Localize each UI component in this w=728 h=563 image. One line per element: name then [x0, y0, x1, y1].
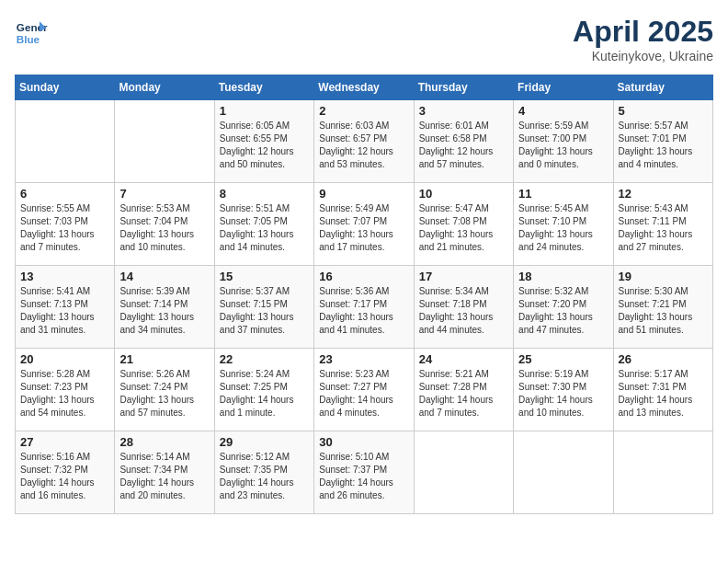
day-info: Sunrise: 5:26 AMSunset: 7:24 PMDaylight:… [119, 368, 209, 419]
day-cell: 17Sunrise: 5:34 AMSunset: 7:18 PMDayligh… [414, 266, 513, 349]
day-number: 4 [518, 104, 608, 118]
day-info: Sunrise: 6:01 AMSunset: 6:58 PMDaylight:… [419, 120, 508, 171]
day-cell: 14Sunrise: 5:39 AMSunset: 7:14 PMDayligh… [115, 266, 214, 349]
day-cell: 11Sunrise: 5:45 AMSunset: 7:10 PMDayligh… [514, 183, 613, 266]
day-info: Sunrise: 5:28 AMSunset: 7:23 PMDaylight:… [20, 368, 109, 419]
day-cell: 29Sunrise: 5:12 AMSunset: 7:35 PMDayligh… [214, 431, 313, 514]
title-block: April 2025 Kuteinykove, Ukraine [573, 15, 713, 63]
day-number: 2 [319, 104, 408, 118]
day-number: 22 [220, 352, 309, 366]
day-number: 23 [319, 352, 408, 366]
day-info: Sunrise: 5:39 AMSunset: 7:14 PMDaylight:… [119, 285, 209, 337]
week-row-5: 27Sunrise: 5:16 AMSunset: 7:32 PMDayligh… [16, 431, 713, 514]
day-number: 10 [419, 187, 508, 201]
logo: General Blue General Blue [15, 15, 48, 48]
day-info: Sunrise: 5:47 AMSunset: 7:08 PMDaylight:… [419, 202, 508, 254]
day-info: Sunrise: 6:03 AMSunset: 6:57 PMDaylight:… [319, 120, 408, 171]
day-number: 27 [20, 435, 109, 449]
day-cell: 13Sunrise: 5:41 AMSunset: 7:13 PMDayligh… [16, 266, 115, 349]
day-number: 18 [518, 270, 608, 283]
day-cell: 26Sunrise: 5:17 AMSunset: 7:31 PMDayligh… [613, 349, 712, 431]
day-cell: 4Sunrise: 5:59 AMSunset: 7:00 PMDaylight… [514, 100, 613, 183]
calendar-body: 1Sunrise: 6:05 AMSunset: 6:55 PMDaylight… [16, 100, 713, 514]
day-cell: 16Sunrise: 5:36 AMSunset: 7:17 PMDayligh… [314, 266, 414, 349]
day-number: 20 [20, 352, 109, 366]
weekday-wednesday: Wednesday [314, 75, 414, 100]
week-row-1: 1Sunrise: 6:05 AMSunset: 6:55 PMDaylight… [16, 100, 713, 183]
day-cell: 1Sunrise: 6:05 AMSunset: 6:55 PMDaylight… [214, 100, 313, 183]
day-info: Sunrise: 5:57 AMSunset: 7:01 PMDaylight:… [619, 120, 708, 171]
day-info: Sunrise: 5:53 AMSunset: 7:04 PMDaylight:… [119, 202, 209, 254]
day-number: 3 [419, 104, 508, 118]
week-row-4: 20Sunrise: 5:28 AMSunset: 7:23 PMDayligh… [16, 349, 713, 431]
day-number: 15 [220, 270, 309, 283]
day-info: Sunrise: 5:55 AMSunset: 7:03 PMDaylight:… [20, 202, 109, 254]
weekday-friday: Friday [514, 75, 613, 100]
day-cell [16, 100, 115, 183]
day-cell: 19Sunrise: 5:30 AMSunset: 7:21 PMDayligh… [613, 266, 712, 349]
day-number: 21 [119, 352, 209, 366]
day-number: 29 [220, 435, 309, 449]
day-number: 28 [119, 435, 209, 449]
day-number: 7 [119, 187, 209, 201]
day-number: 24 [419, 352, 508, 366]
day-info: Sunrise: 5:10 AMSunset: 7:37 PMDaylight:… [319, 451, 408, 502]
day-cell [414, 431, 513, 514]
day-info: Sunrise: 5:12 AMSunset: 7:35 PMDaylight:… [220, 451, 309, 502]
day-info: Sunrise: 5:19 AMSunset: 7:30 PMDaylight:… [518, 368, 608, 419]
day-info: Sunrise: 5:59 AMSunset: 7:00 PMDaylight:… [518, 120, 608, 171]
day-number: 14 [119, 270, 209, 283]
day-info: Sunrise: 5:24 AMSunset: 7:25 PMDaylight:… [220, 368, 309, 419]
day-number: 30 [319, 435, 408, 449]
day-cell: 20Sunrise: 5:28 AMSunset: 7:23 PMDayligh… [16, 349, 115, 431]
day-info: Sunrise: 5:21 AMSunset: 7:28 PMDaylight:… [419, 368, 508, 419]
day-cell [115, 100, 214, 183]
day-number: 13 [20, 270, 109, 283]
svg-text:Blue: Blue [17, 33, 40, 45]
day-cell: 18Sunrise: 5:32 AMSunset: 7:20 PMDayligh… [514, 266, 613, 349]
day-number: 12 [619, 187, 708, 201]
day-number: 5 [619, 104, 708, 118]
day-cell: 28Sunrise: 5:14 AMSunset: 7:34 PMDayligh… [115, 431, 214, 514]
day-info: Sunrise: 5:37 AMSunset: 7:15 PMDaylight:… [220, 285, 309, 337]
day-cell: 21Sunrise: 5:26 AMSunset: 7:24 PMDayligh… [115, 349, 214, 431]
day-info: Sunrise: 5:30 AMSunset: 7:21 PMDaylight:… [619, 285, 708, 337]
day-cell: 25Sunrise: 5:19 AMSunset: 7:30 PMDayligh… [514, 349, 613, 431]
day-cell: 2Sunrise: 6:03 AMSunset: 6:57 PMDaylight… [314, 100, 414, 183]
week-row-3: 13Sunrise: 5:41 AMSunset: 7:13 PMDayligh… [16, 266, 713, 349]
day-info: Sunrise: 5:36 AMSunset: 7:17 PMDaylight:… [319, 285, 408, 337]
day-cell: 9Sunrise: 5:49 AMSunset: 7:07 PMDaylight… [314, 183, 414, 266]
day-info: Sunrise: 5:34 AMSunset: 7:18 PMDaylight:… [419, 285, 508, 337]
weekday-header-row: SundayMondayTuesdayWednesdayThursdayFrid… [16, 75, 713, 100]
day-info: Sunrise: 5:51 AMSunset: 7:05 PMDaylight:… [220, 202, 309, 254]
day-cell: 12Sunrise: 5:43 AMSunset: 7:11 PMDayligh… [613, 183, 712, 266]
day-info: Sunrise: 6:05 AMSunset: 6:55 PMDaylight:… [220, 120, 309, 171]
day-number: 25 [518, 352, 608, 366]
day-number: 17 [419, 270, 508, 283]
month-title: April 2025 [573, 15, 713, 49]
day-cell: 27Sunrise: 5:16 AMSunset: 7:32 PMDayligh… [16, 431, 115, 514]
day-info: Sunrise: 5:32 AMSunset: 7:20 PMDaylight:… [518, 285, 608, 337]
page-header: General Blue General Blue April 2025 Kut… [15, 15, 713, 63]
day-info: Sunrise: 5:41 AMSunset: 7:13 PMDaylight:… [20, 285, 109, 337]
day-cell: 15Sunrise: 5:37 AMSunset: 7:15 PMDayligh… [214, 266, 313, 349]
day-cell: 3Sunrise: 6:01 AMSunset: 6:58 PMDaylight… [414, 100, 513, 183]
weekday-thursday: Thursday [414, 75, 513, 100]
day-number: 9 [319, 187, 408, 201]
day-cell: 6Sunrise: 5:55 AMSunset: 7:03 PMDaylight… [16, 183, 115, 266]
day-number: 16 [319, 270, 408, 283]
location-subtitle: Kuteinykove, Ukraine [573, 49, 713, 63]
weekday-tuesday: Tuesday [214, 75, 313, 100]
day-cell: 8Sunrise: 5:51 AMSunset: 7:05 PMDaylight… [214, 183, 313, 266]
day-info: Sunrise: 5:16 AMSunset: 7:32 PMDaylight:… [20, 451, 109, 502]
day-cell: 5Sunrise: 5:57 AMSunset: 7:01 PMDaylight… [613, 100, 712, 183]
day-cell: 22Sunrise: 5:24 AMSunset: 7:25 PMDayligh… [214, 349, 313, 431]
day-number: 26 [619, 352, 708, 366]
day-info: Sunrise: 5:49 AMSunset: 7:07 PMDaylight:… [319, 202, 408, 254]
day-info: Sunrise: 5:45 AMSunset: 7:10 PMDaylight:… [518, 202, 608, 254]
week-row-2: 6Sunrise: 5:55 AMSunset: 7:03 PMDaylight… [16, 183, 713, 266]
day-number: 1 [220, 104, 309, 118]
weekday-sunday: Sunday [16, 75, 115, 100]
day-cell: 30Sunrise: 5:10 AMSunset: 7:37 PMDayligh… [314, 431, 414, 514]
day-number: 11 [518, 187, 608, 201]
